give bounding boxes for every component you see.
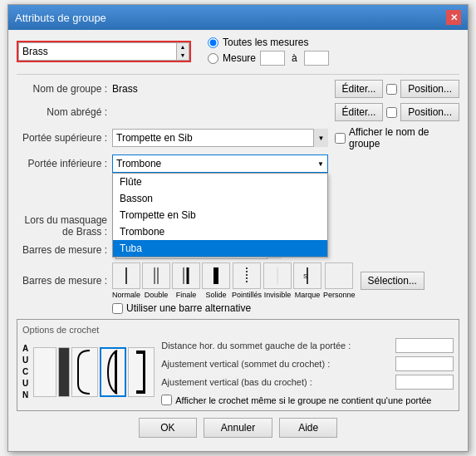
radio-all-measures: Toutes les mesures xyxy=(208,37,329,48)
spinner-up[interactable]: ▲ xyxy=(177,43,189,51)
barre-marque: S Marque xyxy=(293,262,321,299)
afficher-nom-check[interactable] xyxy=(335,133,346,144)
dist-sommet-label: Distance hor. du sommet gauche de la por… xyxy=(161,341,390,351)
barre-alternative-label: Utiliser une barre alternative xyxy=(126,302,251,314)
nom-abrege-position-btn[interactable]: Position... xyxy=(400,103,459,121)
nom-groupe-value: Brass xyxy=(112,83,138,95)
portee-inf-current: Trombone xyxy=(116,158,161,169)
radio-mesure: Mesure 1 à 5 xyxy=(208,51,329,66)
nom-abrege-label: Nom abrégé : xyxy=(17,106,112,118)
crochet-aucun[interactable] xyxy=(33,347,56,397)
ajust-vert-sommet-label: Ajustement vertical (sommet du crochet) … xyxy=(161,359,390,369)
crochet-icons: A U C U N xyxy=(22,338,155,405)
dist-sommet-input[interactable]: -0,10583 xyxy=(395,338,454,353)
ajust-vert-bas-row: Ajustement vertical (bas du crochet) : 0 xyxy=(161,375,454,390)
nom-groupe-position-btn[interactable]: Position... xyxy=(400,80,459,98)
barre-pointilles-label: Pointillés xyxy=(232,291,262,299)
barre-invisible-label: Invisible xyxy=(264,291,292,299)
options-crochet: Options de crochet A U C U N xyxy=(17,319,459,411)
selection-btn[interactable]: Sélection... xyxy=(361,272,424,290)
crochet-3[interactable] xyxy=(100,347,126,397)
barre-normale: Normale xyxy=(112,262,140,299)
portee-sup-select-wrap: Flûte Basson Trompette en Sib Trombone T… xyxy=(112,129,328,147)
portee-sup-select[interactable]: Flûte Basson Trompette en Sib Trombone T… xyxy=(112,129,328,147)
mesure-from[interactable]: 1 xyxy=(260,51,285,66)
aide-button[interactable]: Aide xyxy=(279,418,337,438)
ajust-vert-sommet-row: Ajustement vertical (sommet du crochet) … xyxy=(161,356,454,371)
radio-all-input[interactable] xyxy=(208,37,218,48)
spinner-down[interactable]: ▼ xyxy=(177,51,189,60)
nom-abrege-row: Nom abrégé : Éditer... Position... xyxy=(17,103,459,121)
barres-mesure2-label: Barres de mesure : xyxy=(17,275,112,287)
annuler-button[interactable]: Annuler xyxy=(204,418,272,438)
barre-double: Double xyxy=(142,262,170,299)
portee-inf-display[interactable]: Trombone ▼ xyxy=(112,154,328,173)
nom-abrege-check[interactable] xyxy=(386,107,397,118)
barre-alternative-check[interactable] xyxy=(112,303,123,314)
radio-mesure-input[interactable] xyxy=(208,53,218,64)
nom-abrege-editer-btn[interactable]: Éditer... xyxy=(335,103,384,121)
barre-double-label: Double xyxy=(145,291,169,299)
ajust-vert-sommet-input[interactable]: 0 xyxy=(395,356,454,371)
nom-groupe-check[interactable] xyxy=(386,84,397,95)
portee-inf-container: Trombone ▼ Flûte Basson Trompette en Sib… xyxy=(112,154,328,173)
group-select[interactable]: Brass Woodwind Strings xyxy=(18,42,176,61)
portee-inf-label: Portée inférieure : xyxy=(17,158,112,169)
barres-mesure2-row: Barres de mesure : Normale Double xyxy=(17,262,459,299)
radio-group: Toutes les mesures Mesure 1 à 5 xyxy=(208,37,329,66)
barre-solide-label: Solide xyxy=(206,291,227,299)
portee-inf-arrow: ▼ xyxy=(317,160,324,168)
dropdown-item-trompette[interactable]: Trompette en Sib xyxy=(113,207,327,223)
portee-inf-dropdown: Flûte Basson Trompette en Sib Trombone T… xyxy=(112,173,328,257)
svg-rect-13 xyxy=(136,351,143,354)
dropdown-item-basson[interactable]: Basson xyxy=(113,190,327,207)
svg-rect-5 xyxy=(213,267,218,284)
bottom-buttons: OK Annuler Aide xyxy=(17,411,459,444)
svg-text:S: S xyxy=(303,272,307,280)
title-bar: Attributs de groupe ✕ xyxy=(8,5,468,30)
dialog-window: Attributs de groupe ✕ Brass Woodwind Str… xyxy=(7,4,469,452)
barres-icons-row: Normale Double Finale xyxy=(112,262,424,299)
portee-sup-row: Portée supérieure : Flûte Basson Trompet… xyxy=(17,126,459,150)
radio-mesure-label: Mesure xyxy=(223,52,256,64)
afficher-crochet-row: Afficher le crochet même si le groupe ne… xyxy=(161,395,454,405)
ajust-vert-bas-label: Ajustement vertical (bas du crochet) : xyxy=(161,377,390,387)
portee-inf-row: Portée inférieure : Trombone ▼ Flûte Bas… xyxy=(17,154,459,173)
afficher-nom-label: Afficher le nom de groupe xyxy=(349,126,459,150)
mesure-to[interactable]: 5 xyxy=(304,51,329,66)
options-fields: Distance hor. du sommet gauche de la por… xyxy=(161,338,454,405)
combo-spinners: ▲ ▼ xyxy=(176,42,189,61)
dropdown-item-trombone[interactable]: Trombone xyxy=(113,223,327,240)
portee-sup-label: Portée supérieure : xyxy=(17,132,112,144)
options-crochet-body: A U C U N xyxy=(22,338,454,405)
afficher-nom-row: Afficher le nom de groupe xyxy=(335,126,459,150)
nom-groupe-label: Nom de groupe : xyxy=(17,83,112,95)
ajust-vert-bas-input[interactable]: 0 xyxy=(395,375,454,390)
options-crochet-title: Options de crochet xyxy=(22,325,454,335)
svg-rect-14 xyxy=(136,390,143,394)
barre-finale-label: Finale xyxy=(176,291,197,299)
top-row: Brass Woodwind Strings ▲ ▼ Toutes les me… xyxy=(17,37,459,66)
crochet-1[interactable] xyxy=(58,347,70,397)
svg-rect-12 xyxy=(143,351,145,394)
dropdown-item-flute[interactable]: Flûte xyxy=(113,174,327,190)
nom-abrege-edit-row: Éditer... Position... xyxy=(112,103,459,121)
close-button[interactable]: ✕ xyxy=(446,10,461,25)
range-a: à xyxy=(292,52,297,64)
barre-alternative-row: Utiliser une barre alternative xyxy=(112,302,459,314)
nom-groupe-row: Nom de groupe : Brass Éditer... Position… xyxy=(17,80,459,98)
afficher-crochet-check[interactable] xyxy=(161,395,172,405)
dropdown-item-tuba[interactable]: Tuba xyxy=(113,240,327,257)
masquage-label: Lors du masquage de Brass : xyxy=(17,214,112,238)
barre-personne: Personne xyxy=(323,262,356,299)
barre-pointilles: Pointillés xyxy=(232,262,262,299)
afficher-crochet-label: Afficher le crochet même si le groupe ne… xyxy=(175,395,431,405)
ok-button[interactable]: OK xyxy=(139,418,197,438)
portee-sup-value-col: Flûte Basson Trompette en Sib Trombone T… xyxy=(112,126,459,150)
nom-groupe-editer-btn[interactable]: Éditer... xyxy=(335,80,384,98)
crochet-2[interactable] xyxy=(71,347,98,397)
barre-finale: Finale xyxy=(172,262,200,299)
nom-groupe-edit-row: Brass Éditer... Position... xyxy=(112,80,459,98)
crochet-4[interactable] xyxy=(128,347,155,397)
barre-normale-label: Normale xyxy=(112,291,140,299)
